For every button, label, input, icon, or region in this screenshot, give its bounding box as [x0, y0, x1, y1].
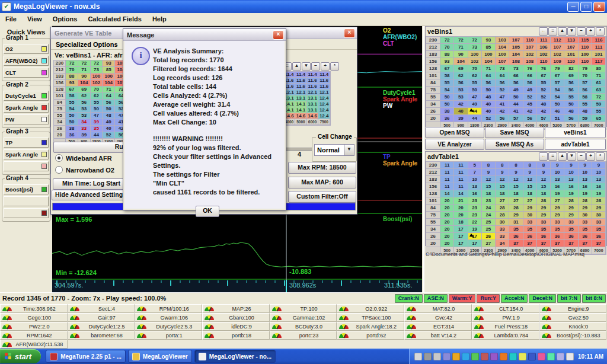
- table-cell[interactable]: 10: [551, 169, 564, 176]
- table-cell[interactable]: 55: [468, 79, 482, 87]
- table-cell[interactable]: 11.6: [307, 78, 319, 84]
- table-cell[interactable]: 56: [564, 87, 578, 94]
- radio-narrowband-o2[interactable]: Narrowband O2: [55, 166, 114, 174]
- table-cell[interactable]: 112: [551, 37, 564, 44]
- table-cell[interactable]: 15: [537, 183, 551, 190]
- table-cell[interactable]: 12.4: [318, 113, 330, 119]
- gauge-gve[interactable]: Gve:42: [404, 313, 472, 322]
- table-cell[interactable]: 14: [440, 190, 454, 197]
- table-cell[interactable]: 64: [482, 72, 496, 79]
- table-cell[interactable]: 102: [551, 51, 564, 58]
- table-cell[interactable]: 93: [66, 80, 78, 87]
- table-cell[interactable]: 18: [509, 190, 523, 197]
- table-cell[interactable]: 13.1: [307, 101, 319, 107]
- table-cell[interactable]: 19: [579, 190, 592, 197]
- tray-icon[interactable]: [500, 353, 507, 360]
- table-cell[interactable]: 35: [537, 226, 551, 233]
- table-cell[interactable]: 12.1: [295, 90, 307, 95]
- table-cell[interactable]: 31: [509, 219, 523, 226]
- table-cell[interactable]: 28: [496, 205, 509, 212]
- table-tool-minus-icon[interactable]: −: [577, 27, 586, 36]
- table-cell[interactable]: 110: [523, 37, 537, 44]
- table-cell[interactable]: 12: [523, 176, 537, 183]
- table-cell[interactable]: 9: [509, 169, 523, 176]
- table-cell[interactable]: 100: [496, 51, 509, 58]
- table-cell[interactable]: 12.4: [318, 101, 330, 107]
- table-cell[interactable]: 21: [454, 197, 468, 205]
- task-button[interactable]: MegaTune 2.25 p1 - ...: [46, 350, 126, 363]
- table-cell[interactable]: 14: [454, 190, 468, 197]
- table-cell[interactable]: 23: [468, 212, 482, 219]
- table-cell[interactable]: 110: [537, 58, 551, 65]
- gauge-lambda[interactable]: Lambda:0.784: [472, 331, 539, 340]
- table-cell[interactable]: 56: [496, 79, 509, 87]
- table-cell[interactable]: 37: [579, 240, 592, 247]
- gauge-portc[interactable]: portc:23: [270, 331, 337, 340]
- table-cell[interactable]: 107: [496, 58, 509, 65]
- table-tool-back-icon[interactable]: ←: [539, 152, 548, 161]
- table-cell[interactable]: 29: [579, 205, 592, 212]
- table-cell[interactable]: 49: [509, 87, 523, 94]
- gauge-map[interactable]: MAP:26: [202, 304, 270, 313]
- gauge-knock[interactable]: Knock:0: [539, 322, 607, 331]
- table-cell[interactable]: 48: [537, 101, 551, 108]
- table-cell[interactable]: 8: [509, 162, 523, 169]
- table-cell[interactable]: 71: [592, 72, 606, 79]
- table-cell[interactable]: 47: [91, 113, 103, 119]
- table-cell[interactable]: 42: [496, 108, 509, 115]
- chevron-down-icon[interactable]: ▼: [344, 145, 354, 155]
- table-cell[interactable]: 50: [91, 106, 103, 113]
- table-cell[interactable]: 72: [468, 37, 482, 44]
- table-cell[interactable]: 108: [509, 58, 523, 65]
- table-tool-star-icon[interactable]: *: [330, 62, 339, 71]
- gauge-rpm[interactable]: RPM:1642: [0, 331, 68, 340]
- titlebar[interactable]: ✔ MegaLogViewer - now.xls ─ □ ×: [0, 0, 607, 13]
- gauge-pw[interactable]: PW:1.9: [472, 313, 539, 322]
- gauge-batt-v[interactable]: batt V:14.2: [404, 331, 472, 340]
- table-cell[interactable]: 93: [482, 37, 496, 44]
- table-cell[interactable]: 73: [468, 44, 482, 51]
- table-cell[interactable]: 38: [66, 126, 78, 132]
- table-cell[interactable]: 27: [551, 197, 564, 205]
- table-cell[interactable]: 72: [66, 60, 78, 67]
- table-cell[interactable]: 55: [91, 100, 103, 106]
- gauge-bcduty[interactable]: BCDuty:3.0: [270, 322, 337, 331]
- table-cell[interactable]: 30: [579, 212, 592, 219]
- table-cell[interactable]: 25: [482, 219, 496, 226]
- table-cell[interactable]: 33: [78, 126, 91, 132]
- table-cell[interactable]: 62: [468, 72, 482, 79]
- table-cell[interactable]: 11.6: [307, 84, 319, 90]
- table-cell[interactable]: 113: [564, 37, 578, 44]
- message-close-icon[interactable]: ×: [273, 30, 284, 40]
- gauge-portb[interactable]: portb:18: [202, 331, 270, 340]
- sidebar-item-spark-angle[interactable]: Spark Angle: [4, 103, 49, 113]
- task-button[interactable]: MegaLogViewer: [128, 350, 192, 363]
- table-tool-up-icon[interactable]: ▲: [292, 62, 301, 71]
- gauge-boost-psi-[interactable]: Boost(psi):-10.883: [539, 331, 607, 340]
- table-cell[interactable]: 42: [523, 108, 537, 115]
- table-cell[interactable]: 26: [482, 233, 496, 240]
- table-cell[interactable]: 18: [454, 219, 468, 226]
- tray-icon[interactable]: [414, 353, 422, 360]
- table-cell[interactable]: 73: [496, 65, 509, 72]
- table-cell[interactable]: 29: [564, 212, 578, 219]
- tray-icon[interactable]: [424, 353, 432, 360]
- table-cell[interactable]: 101: [564, 51, 578, 58]
- table-cell[interactable]: 67: [66, 87, 78, 93]
- table-cell[interactable]: 16: [579, 183, 592, 190]
- table-cell[interactable]: 14.1: [295, 107, 307, 113]
- table-cell[interactable]: 47: [468, 94, 482, 101]
- table-cell[interactable]: 14.6: [295, 113, 307, 119]
- table-cell[interactable]: 54: [551, 94, 564, 101]
- gauge-tp[interactable]: TP:100: [270, 304, 337, 313]
- gauge-dutycycle2[interactable]: DutyCycle2:5.3: [135, 322, 202, 331]
- table-cell[interactable]: 36: [592, 233, 606, 240]
- sidebar-item-o2[interactable]: O2: [4, 44, 49, 54]
- table-cell[interactable]: 8: [496, 162, 509, 169]
- table-cell[interactable]: 49: [468, 101, 482, 108]
- gauge-rpm-100[interactable]: RPM/100:16: [135, 304, 202, 313]
- table-cell[interactable]: 29: [564, 205, 578, 212]
- table-cell[interactable]: 7: [468, 169, 482, 176]
- table-cell[interactable]: 50: [66, 113, 78, 119]
- table-cell[interactable]: 55: [537, 79, 551, 87]
